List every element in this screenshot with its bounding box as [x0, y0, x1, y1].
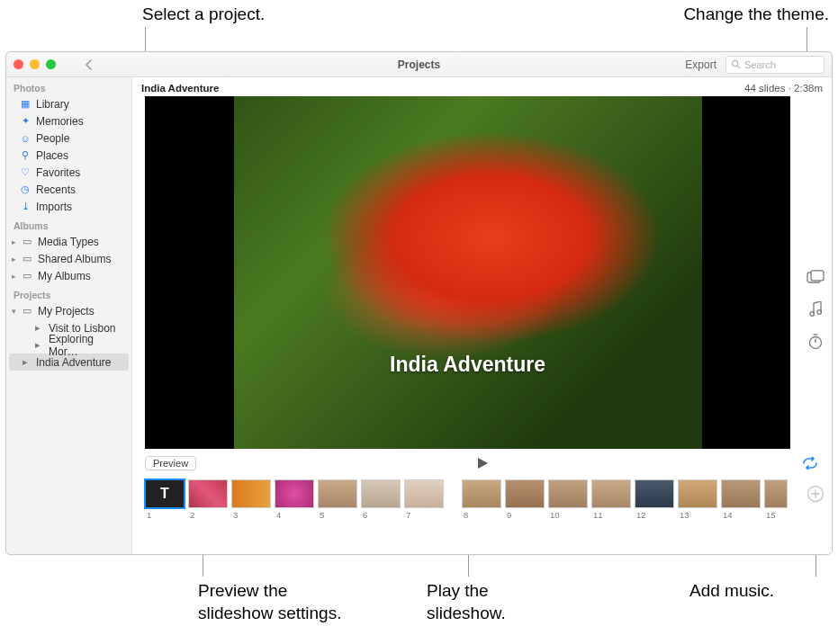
export-button[interactable]: Export: [685, 58, 716, 71]
slideshow-stage: India Adventure: [145, 96, 790, 449]
add-photos-button[interactable]: [799, 474, 832, 503]
back-button[interactable]: [83, 58, 95, 71]
sidebar-section-albums: Albums: [6, 215, 131, 233]
thumbnail[interactable]: 5: [318, 479, 357, 520]
thumbnail[interactable]: 13: [678, 479, 717, 520]
stage-image: [234, 96, 702, 449]
callout-add-music: Add music.: [689, 580, 774, 603]
sidebar-item-my-albums[interactable]: ▸▭My Albums: [6, 267, 131, 284]
plus-circle-icon: [806, 485, 824, 503]
project-title: India Adventure: [141, 83, 219, 94]
sidebar-item-favorites[interactable]: ♡Favorites: [6, 164, 131, 181]
thumbnail[interactable]: 15: [764, 479, 788, 520]
disclosure-open-icon: ▾: [12, 307, 19, 316]
disclosure-icon: ▸: [12, 272, 19, 281]
thumbnail[interactable]: 14: [721, 479, 761, 520]
sidebar-item-memories[interactable]: ✦Memories: [6, 112, 131, 130]
theme-button[interactable]: [806, 267, 825, 287]
thumbnail-number: 5: [318, 510, 324, 520]
thumbnail[interactable]: 4: [275, 479, 314, 520]
svg-rect-3: [811, 271, 824, 281]
slideshow-icon: ▸: [19, 356, 32, 368]
thumbnail-number: 8: [462, 510, 468, 520]
sidebar-item-my-projects[interactable]: ▾▭My Projects: [6, 302, 131, 319]
thumbnail-number: 11: [591, 510, 603, 520]
sidebar-item-label: Memories: [36, 115, 84, 128]
thumbnail[interactable]: 9: [505, 479, 545, 520]
sidebar-item-people[interactable]: ☺People: [6, 130, 131, 147]
play-button[interactable]: [475, 456, 490, 470]
sidebar-item-label: Media Types: [38, 236, 99, 248]
music-button[interactable]: [806, 300, 825, 319]
thumbnail[interactable]: 8: [462, 479, 501, 520]
search-icon: [731, 59, 741, 69]
thumbnail-number: 9: [505, 510, 511, 520]
thumbnail-number: 4: [275, 510, 281, 520]
sidebar-item-places[interactable]: ⚲Places: [6, 147, 131, 164]
thumbnail[interactable]: 3: [231, 479, 271, 520]
thumbnail-number: 6: [361, 510, 367, 520]
sidebar-item-exploring-morocco[interactable]: ▸Exploring Mor…: [6, 336, 131, 353]
sidebar-item-label: Imports: [36, 201, 72, 213]
thumbnail[interactable]: 7: [404, 479, 444, 520]
loop-icon: [801, 457, 819, 470]
sidebar-section-projects: Projects: [6, 284, 131, 302]
sidebar-item-label: Shared Albums: [38, 253, 111, 265]
stage-caption: India Adventure: [390, 353, 545, 377]
sidebar-item-library[interactable]: ▦Library: [6, 95, 131, 112]
callout-change-theme: Change the theme.: [683, 4, 829, 26]
sidebar-section-photos: Photos: [6, 77, 131, 95]
sidebar-item-shared-albums[interactable]: ▸▭Shared Albums: [6, 250, 131, 267]
title-slide-icon: T: [145, 479, 185, 508]
sidebar-item-label: Places: [36, 149, 68, 162]
chevron-left-icon: [85, 59, 94, 70]
project-stats: 44 slides · 2:38m: [744, 83, 823, 94]
music-icon: [808, 301, 823, 318]
thumbnail-number: 3: [231, 510, 238, 520]
close-window-button[interactable]: [14, 59, 23, 69]
sidebar-item-label: India Adventure: [36, 356, 111, 369]
callout-select-project: Select a project.: [142, 4, 265, 26]
people-icon: ☺: [19, 133, 32, 144]
sidebar-item-india-adventure[interactable]: ▸India Adventure: [9, 353, 129, 371]
sidebar-item-media-types[interactable]: ▸▭Media Types: [6, 233, 131, 250]
callout-preview: Preview the slideshow settings.: [198, 580, 341, 624]
svg-point-0: [732, 60, 737, 66]
loop-button[interactable]: [801, 457, 819, 470]
slideshow-icon: ▸: [32, 339, 44, 351]
slideshow-tools: [799, 96, 832, 449]
folder-icon: ▭: [21, 305, 33, 317]
svg-line-1: [737, 66, 740, 68]
minimize-window-button[interactable]: [30, 59, 40, 69]
disclosure-icon: ▸: [12, 255, 19, 264]
sidebar-item-label: Recents: [36, 183, 76, 196]
sidebar: Photos ▦Library ✦Memories ☺People ⚲Place…: [6, 77, 132, 554]
thumbnail[interactable]: 6: [361, 479, 401, 520]
recents-icon: ◷: [19, 183, 32, 195]
duration-button[interactable]: [806, 332, 825, 352]
thumbnail-number: 2: [188, 510, 194, 520]
thumbnail-number: 7: [404, 510, 410, 520]
app-window: Projects Export Search Photos ▦Library ✦…: [5, 51, 833, 555]
memories-icon: ✦: [19, 115, 32, 127]
search-input[interactable]: Search: [725, 56, 824, 74]
folder-icon: ▭: [21, 253, 33, 264]
thumbnail[interactable]: 2: [188, 479, 228, 520]
slideshow-icon: ▸: [32, 322, 44, 334]
thumbnail[interactable]: 12: [635, 479, 674, 520]
zoom-window-button[interactable]: [46, 59, 56, 69]
places-icon: ⚲: [19, 149, 32, 161]
library-icon: ▦: [19, 98, 32, 110]
sidebar-item-label: My Albums: [38, 270, 91, 282]
thumbnail[interactable]: T 1: [145, 479, 185, 520]
titlebar: Projects Export Search: [6, 52, 832, 77]
thumbnail[interactable]: 10: [548, 479, 588, 520]
preview-button[interactable]: Preview: [145, 456, 196, 470]
thumbnail[interactable]: 11: [591, 479, 631, 520]
callout-play: Play the slideshow.: [427, 580, 506, 624]
sidebar-item-recents[interactable]: ◷Recents: [6, 181, 131, 198]
content-area: India Adventure 44 slides · 2:38m India …: [132, 77, 832, 554]
sidebar-item-imports[interactable]: ⤓Imports: [6, 198, 131, 215]
control-row: Preview: [132, 452, 832, 474]
imports-icon: ⤓: [19, 201, 32, 212]
